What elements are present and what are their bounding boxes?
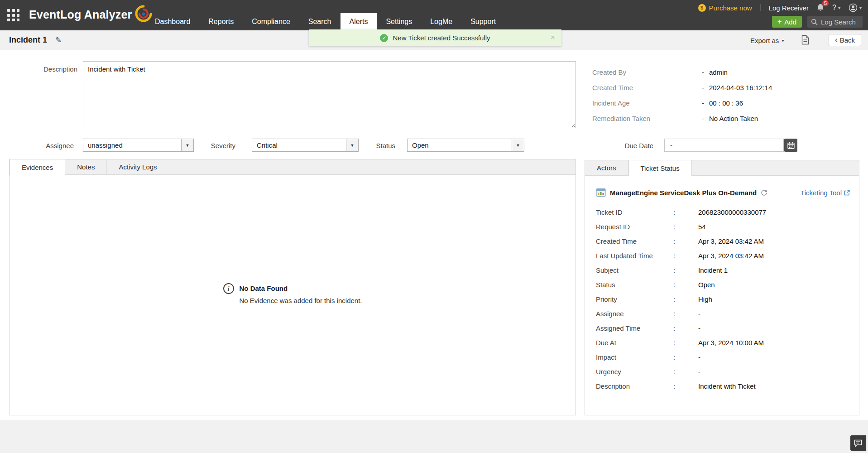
document-icon [801, 35, 810, 45]
ticket-field-row: Due At : Apr 3, 2024 10:00 AM [585, 335, 859, 350]
ticket-fields: Ticket ID : 206823000000330077 Request I… [585, 205, 859, 393]
help-button[interactable]: ? ▾ [832, 4, 840, 12]
ticket-field-colon: : [673, 310, 698, 318]
success-check-icon: ✓ [380, 34, 388, 42]
severity-select[interactable]: Critical ▼ [252, 139, 359, 152]
meta-separator: - [702, 99, 709, 107]
ticket-field-label: Urgency [596, 368, 673, 376]
status-label: Status [368, 142, 395, 149]
ticket-field-colon: : [673, 295, 698, 303]
header-utility-row: $ Purchase now Log Receiver 5 ? ▾ [698, 2, 862, 14]
tab[interactable]: Ticket Status [628, 160, 692, 176]
assignee-select[interactable]: unassigned ▼ [83, 139, 194, 152]
coin-icon: $ [698, 4, 706, 12]
refresh-icon[interactable] [761, 189, 767, 196]
ticket-field-label: Impact [596, 353, 673, 361]
due-date-input[interactable]: - [664, 139, 784, 152]
ticket-field-value: - [698, 310, 700, 318]
log-receiver-link[interactable]: Log Receiver [769, 4, 809, 12]
meta-value: admin [709, 68, 728, 76]
log-search-box[interactable]: Log Search [807, 16, 863, 28]
ticket-field-colon: : [673, 266, 698, 274]
tab[interactable]: Actors [585, 160, 628, 175]
top-header: EventLog Analyzer Dashboard Reports Comp… [0, 0, 868, 30]
ticketing-tool-link[interactable]: Ticketing Tool [801, 189, 850, 197]
info-icon: i [223, 283, 234, 294]
calendar-button[interactable] [784, 139, 797, 152]
nav-item[interactable]: Search [299, 13, 340, 30]
nav-item[interactable]: Alerts [340, 13, 377, 30]
chevron-left-icon: ‹ [835, 36, 838, 43]
incident-meta: Created By - admin Created Time - 2024-0… [592, 67, 772, 129]
status-select-value: Open [408, 141, 512, 149]
plus-icon: + [777, 18, 782, 25]
ticket-field-label: Priority [596, 295, 673, 303]
ticket-field-value: - [698, 368, 700, 376]
ticket-field-label: Ticket ID [596, 208, 673, 216]
ticket-field-row: Subject : Incident 1 [585, 263, 859, 277]
feedback-chat-button[interactable] [850, 435, 866, 451]
meta-value: 2024-04-03 16:12:14 [709, 84, 772, 92]
due-date-label: Due Date [613, 142, 653, 149]
ticket-field-label: Request ID [596, 223, 673, 231]
severity-select-value: Critical [252, 141, 346, 149]
ticket-field-value: 206823000000330077 [698, 208, 766, 216]
add-button[interactable]: + Add [772, 16, 802, 28]
meta-label: Created By [592, 68, 702, 76]
ticket-field-label: Due At [596, 339, 673, 347]
ticket-field-value: Incident 1 [698, 266, 728, 274]
ticket-field-colon: : [673, 237, 698, 245]
meta-label: Remediation Taken [592, 115, 702, 122]
chevron-down-icon: ▾ [782, 38, 784, 43]
export-as-button[interactable]: Export as ▾ [750, 37, 784, 44]
nav-item[interactable]: Support [461, 13, 505, 30]
content-area: Description Incident with Ticket Assigne… [0, 50, 868, 420]
tab[interactable]: Notes [65, 159, 107, 174]
export-schedule-icon[interactable] [801, 35, 810, 47]
notification-badge: 5 [822, 0, 829, 6]
ticket-field-value: 54 [698, 223, 706, 231]
edit-icon[interactable]: ✎ [55, 35, 62, 45]
meta-value: 00 : 00 : 36 [709, 99, 743, 107]
apps-grid-icon[interactable] [7, 9, 20, 22]
page-header: Incident 1 ✎ [9, 35, 62, 45]
ticket-field-row: Request ID : 54 [585, 219, 859, 234]
divider [760, 4, 761, 11]
nav-item[interactable]: LogMe [421, 13, 461, 30]
add-button-label: Add [784, 18, 796, 26]
tab[interactable]: Evidences [10, 159, 65, 175]
status-select[interactable]: Open ▼ [407, 139, 524, 152]
ticket-field-row: Urgency : - [585, 364, 859, 379]
chat-bubble-icon [854, 439, 862, 447]
back-button[interactable]: ‹ Back [829, 34, 861, 46]
nav-item[interactable]: Reports [199, 13, 243, 30]
ticket-field-label: Last Updated Time [596, 252, 673, 260]
user-menu-button[interactable]: ▾ [849, 3, 862, 12]
ticket-field-colon: : [673, 324, 698, 332]
purchase-now-link[interactable]: $ Purchase now [698, 4, 752, 12]
nav-item[interactable]: Compliance [243, 13, 299, 30]
ticket-field-label: Assignee [596, 310, 673, 318]
ticket-field-row: Ticket ID : 206823000000330077 [585, 205, 859, 219]
ticket-field-label: Assigned Time [596, 324, 673, 332]
meta-label: Created Time [592, 84, 702, 92]
notifications-button[interactable]: 5 [817, 4, 824, 12]
servicedesk-icon [596, 188, 606, 198]
calendar-icon [787, 142, 795, 149]
meta-separator: - [702, 68, 709, 76]
ticket-field-row: Status : Open [585, 277, 859, 292]
description-input[interactable]: Incident with Ticket [83, 61, 576, 128]
empty-state-text: No Data Found No Evidence was added for … [240, 284, 362, 304]
toast-close-icon[interactable]: × [551, 33, 555, 42]
tab[interactable]: Activity Logs [107, 159, 169, 174]
ticket-field-colon: : [673, 339, 698, 347]
log-search-label: Log Search [821, 18, 856, 26]
nav-item[interactable]: Settings [377, 13, 421, 30]
due-date-value: - [670, 141, 672, 149]
nav-item[interactable]: Dashboard [146, 13, 199, 30]
empty-state-message: No Evidence was added for this incident. [240, 297, 362, 304]
meta-row: Created Time - 2024-04-03 16:12:14 [592, 83, 772, 92]
ticketing-tool-link-label: Ticketing Tool [801, 189, 842, 197]
meta-value: No Action Taken [709, 115, 758, 122]
ticket-field-colon: : [673, 223, 698, 231]
